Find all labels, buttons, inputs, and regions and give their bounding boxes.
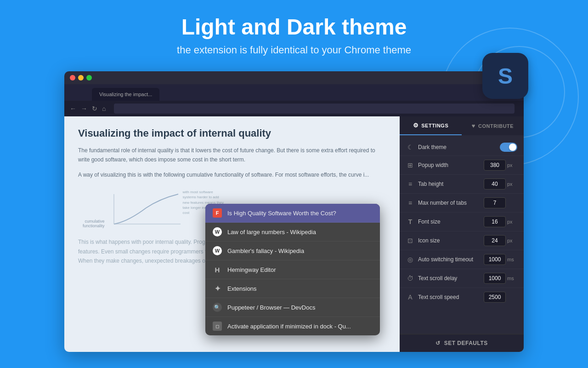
settings-panel: ⚙ SETTINGS ♥ CONTRIBUTE ☾ Dark theme (400, 116, 524, 352)
chart-svg (109, 190, 183, 226)
settings-tabs: ⚙ SETTINGS ♥ CONTRIBUTE (400, 116, 524, 135)
article-area: Visualizing the impact of internal quali… (64, 116, 400, 352)
setting-row-scroll-delay: ⏱ Text scroll delay ms (400, 269, 524, 288)
settings-gear-icon: ⚙ (413, 122, 419, 129)
article-para2: A way of visualizing this is with the fo… (78, 170, 386, 179)
tab-settings-label: SETTINGS (421, 123, 448, 128)
chart-y-text: cumulativefunctionality (83, 219, 105, 228)
setting-row-tab-height: ≡ Tab height px (400, 175, 524, 194)
max-tabs-value (484, 197, 517, 208)
tab-icon-w2: W (213, 246, 222, 255)
page-title: Light and Dark theme (0, 14, 588, 40)
tab-text-2: Gambler's fallacy - Wikipedia (227, 247, 304, 254)
scroll-speed-label: Text scroll speed (418, 294, 480, 300)
back-arrow[interactable]: ← (70, 105, 76, 112)
tab-icon-search: 🔍 (213, 303, 222, 312)
tab-text-5: Puppeteer / Browser — DevDocs (227, 304, 315, 311)
dark-theme-icon: ☾ (406, 144, 414, 151)
scroll-delay-icon: ⏱ (406, 275, 414, 282)
scroll-speed-icon: A (406, 293, 414, 301)
traffic-light-yellow[interactable] (78, 75, 84, 80)
setting-row-auto-switch: ◎ Auto switching timeout ms (400, 250, 524, 269)
setting-row-icon-size: ⊡ Icon size px (400, 231, 524, 250)
tab-height-unit: px (507, 181, 517, 187)
popup-width-input[interactable] (484, 160, 506, 171)
font-size-icon: T (406, 218, 414, 225)
max-tabs-icon: ≡ (406, 199, 414, 207)
scroll-speed-value (484, 292, 517, 303)
icon-size-unit: px (507, 238, 517, 243)
settings-body: ☾ Dark theme ⊞ Popup width px (400, 135, 524, 334)
setting-row-max-tabs: ≡ Max number of tabs (400, 194, 524, 213)
tab-text-6: Activate application if minimized in doc… (227, 323, 351, 330)
article-title: Visualizing the impact of internal quali… (78, 127, 386, 139)
icon-size-value: px (484, 235, 517, 246)
tab-item-1[interactable]: W Law of large numbers - Wikipedia (205, 223, 380, 242)
tab-settings[interactable]: ⚙ SETTINGS (400, 116, 462, 135)
tab-popup: F Is High Quality Software Worth the Cos… (205, 204, 380, 335)
icon-size-icon: ⊡ (406, 237, 414, 244)
toggle-container (500, 143, 517, 152)
font-size-unit: px (507, 219, 517, 224)
article-para1: The fundamental role of internal quality… (78, 146, 386, 165)
tab-icon-h: H (213, 265, 222, 274)
defaults-icon: ↺ (435, 340, 441, 346)
auto-switch-value: ms (484, 254, 517, 265)
tab-item-2[interactable]: W Gambler's fallacy - Wikipedia (205, 242, 380, 260)
font-size-value: px (484, 216, 517, 227)
tab-item-0[interactable]: F Is High Quality Software Worth the Cos… (205, 204, 380, 223)
setting-row-popup-width: ⊞ Popup width px (400, 156, 524, 175)
tab-contribute-label: CONTRIBUTE (478, 123, 514, 129)
scroll-delay-input[interactable] (484, 273, 506, 284)
popup-width-label: Popup width (418, 162, 480, 168)
tab-item-6[interactable]: ◻ Activate application if minimized in d… (205, 317, 380, 335)
forward-arrow[interactable]: → (81, 105, 87, 112)
address-bar[interactable] (114, 104, 514, 114)
font-size-label: Font size (418, 218, 480, 225)
chart-visual: with most software systems harder to add… (109, 190, 183, 228)
tab-height-label: Tab height (418, 181, 480, 187)
tab-icon-puzzle: ✦ (213, 284, 222, 293)
tab-text-3: Hemingway Editor (227, 266, 276, 273)
set-defaults-button[interactable]: ↺ SET DEFAULTS (400, 334, 524, 352)
browser-tab[interactable]: Visualizing the impact... (92, 88, 159, 101)
tab-bar: Visualizing the impact... (64, 84, 524, 101)
setting-row-font-size: T Font size px (400, 213, 524, 231)
setting-row-scroll-speed: A Text scroll speed (400, 288, 524, 306)
icon-size-input[interactable] (484, 235, 506, 246)
tab-icon-f: F (213, 208, 222, 218)
auto-switch-input[interactable] (484, 254, 506, 265)
popup-width-unit: px (507, 162, 517, 168)
chart-y-label: cumulativefunctionality (83, 219, 105, 228)
tab-height-input[interactable] (484, 178, 506, 190)
contribute-heart-icon: ♥ (472, 122, 475, 129)
tab-item-3[interactable]: H Hemingway Editor (205, 260, 380, 279)
scroll-delay-unit: ms (507, 276, 517, 281)
max-tabs-input[interactable] (484, 197, 506, 208)
popup-width-icon: ⊞ (406, 161, 414, 169)
app-icon: S (482, 53, 528, 99)
dark-theme-label: Dark theme (418, 144, 496, 150)
tab-text-0: Is High Quality Software Worth the Cost? (227, 210, 336, 217)
traffic-light-red[interactable] (70, 75, 75, 80)
tab-height-icon: ≡ (406, 180, 414, 188)
tab-item-4[interactable]: ✦ Extensions (205, 279, 380, 298)
tab-text-1: Law of large numbers - Wikipedia (227, 229, 316, 236)
tab-icon-app: ◻ (213, 322, 222, 331)
font-size-input[interactable] (484, 216, 506, 227)
tab-icon-w1: W (213, 227, 222, 236)
scroll-speed-input[interactable] (484, 292, 506, 303)
home-button[interactable]: ⌂ (102, 105, 106, 112)
browser-tab-label: Visualizing the impact... (99, 92, 152, 97)
tab-contribute[interactable]: ♥ CONTRIBUTE (462, 116, 524, 135)
reload-button[interactable]: ↻ (92, 105, 97, 112)
auto-switch-icon: ◎ (406, 256, 414, 263)
app-icon-letter: S (498, 63, 513, 89)
max-tabs-label: Max number of tabs (418, 200, 480, 206)
tab-item-5[interactable]: 🔍 Puppeteer / Browser — DevDocs (205, 298, 380, 317)
nav-bar: ← → ↻ ⌂ (64, 101, 524, 116)
dark-theme-toggle[interactable] (500, 143, 517, 152)
icon-size-label: Icon size (418, 237, 480, 244)
auto-switch-label: Auto switching timeout (418, 256, 480, 263)
traffic-light-green[interactable] (86, 75, 92, 80)
